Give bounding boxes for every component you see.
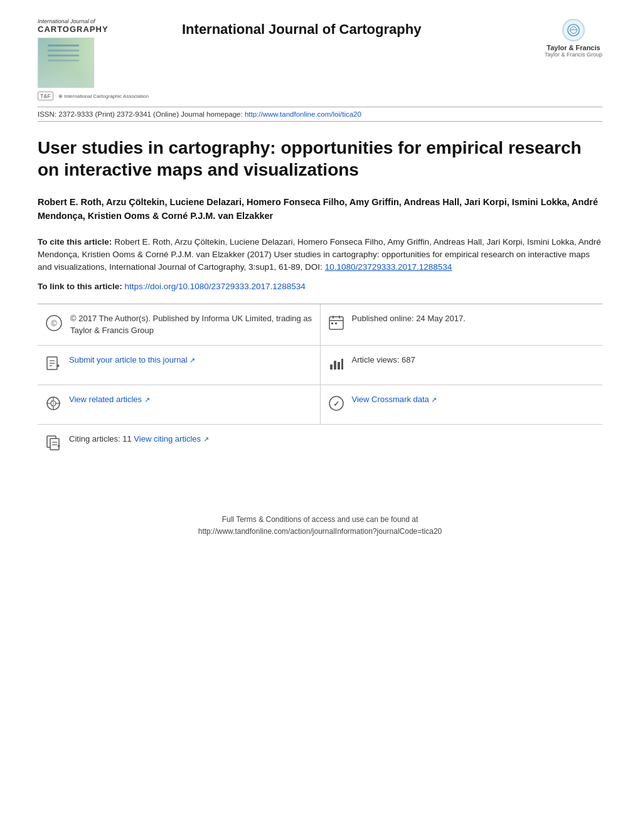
main-content: User studies in cartography: opportuniti…: [38, 137, 602, 464]
tf-circle-logo: [562, 19, 585, 41]
submit-link[interactable]: Submit your article to this journal ↗: [69, 355, 195, 364]
logo-text-row: International Journal of CARTOGRAPHY: [38, 19, 109, 34]
calendar-icon: [328, 314, 344, 334]
info-row-1: © © 2017 The Author(s). Published by Inf…: [38, 304, 602, 345]
citing-icon: [45, 435, 61, 455]
info-row-4: Citing articles: 11 View citing articles…: [38, 425, 602, 464]
submit-text: Submit your article to this journal ↗: [69, 354, 195, 366]
page-header: International Journal of CARTOGRAPHY T&F…: [38, 19, 602, 100]
svg-rect-15: [338, 362, 340, 369]
crossmark-text: View Crossmark data ↗: [352, 394, 437, 405]
citing-link[interactable]: View citing articles ↗: [134, 434, 208, 444]
svg-rect-16: [341, 359, 343, 369]
related-link[interactable]: View related articles ↗: [69, 395, 150, 404]
cite-label: To cite this article:: [38, 237, 112, 247]
svg-rect-7: [331, 322, 333, 324]
crossmark-link[interactable]: View Crossmark data ↗: [352, 395, 437, 404]
svg-point-18: [51, 401, 56, 406]
journal-cover-map: [38, 38, 93, 87]
article-authors: Robert E. Roth, Arzu Çöltekin, Luciene D…: [38, 196, 602, 223]
page-footer: Full Terms & Conditions of access and us…: [38, 514, 602, 538]
tf-logo-area: Taylor & Francis Taylor & Francis Group: [545, 19, 602, 58]
info-cell-crossmark: ✓ View Crossmark data ↗: [321, 385, 603, 424]
crossmark-ext-icon: ↗: [431, 396, 437, 403]
submit-ext-icon: ↗: [189, 356, 195, 364]
related-icon: [45, 395, 61, 415]
citing-ext-icon: ↗: [203, 435, 209, 443]
article-doi-link[interactable]: https://doi.org/10.1080/23729333.2017.12…: [125, 282, 306, 291]
bottom-logo-row: T&F ⊕ International Cartographic Associa…: [38, 92, 149, 100]
cite-text: Robert E. Roth, Arzu Çöltekin, Luciene D…: [38, 237, 601, 272]
issn-text: ISSN: 2372-9333 (Print) 2372-9341 (Onlin…: [38, 110, 243, 118]
copyright-icon: ©: [45, 314, 63, 336]
small-tf-logo: T&F: [38, 92, 53, 100]
journal-title: International Journal of Cartography: [182, 21, 545, 38]
published-text: Published online: 24 May 2017.: [352, 313, 466, 324]
footer-line1: Full Terms & Conditions of access and us…: [38, 514, 602, 526]
info-cell-published: Published online: 24 May 2017.: [321, 304, 603, 344]
svg-text:✓: ✓: [333, 400, 339, 408]
copyright-text: © 2017 The Author(s). Published by Infor…: [70, 313, 312, 336]
cite-section: To cite this article: Robert E. Roth, Ar…: [38, 236, 602, 274]
journal-cartography-label: CARTOGRAPHY: [38, 25, 109, 34]
tf-brand-text: Taylor & Francis: [547, 44, 600, 51]
small-extra-logo: ⊕ International Cartographic Association: [58, 93, 149, 99]
info-cell-citing: Citing articles: 11 View citing articles…: [38, 425, 320, 464]
related-text: View related articles ↗: [69, 394, 150, 405]
info-grid: © © 2017 The Author(s). Published by Inf…: [38, 304, 602, 463]
crossmark-icon: ✓: [328, 395, 344, 415]
citing-text: Citing articles: 11 View citing articles…: [69, 433, 209, 445]
article-title: User studies in cartography: opportuniti…: [38, 137, 602, 181]
issn-url[interactable]: http://www.tandfonline.com/loi/tica20: [245, 110, 361, 118]
link-label: To link to this article:: [38, 282, 125, 291]
journal-cover-image: [38, 38, 94, 88]
bar-chart-icon: [328, 356, 344, 376]
cite-doi-link[interactable]: 10.1080/23729333.2017.1288534: [325, 262, 452, 272]
footer-link[interactable]: http://www.tandfonline.com/action/journa…: [198, 527, 442, 536]
svg-rect-13: [330, 364, 333, 369]
tf-logo-svg: [567, 23, 580, 37]
page-container: International Journal of CARTOGRAPHY T&F…: [0, 0, 640, 563]
svg-point-0: [568, 24, 579, 36]
views-text: Article views: 687: [352, 354, 415, 366]
journal-logo-area: International Journal of CARTOGRAPHY T&F…: [38, 19, 163, 100]
related-ext-icon: ↗: [144, 396, 150, 403]
info-cell-copyright: © © 2017 The Author(s). Published by Inf…: [38, 304, 321, 344]
info-row-2: Submit your article to this journal ↗: [38, 346, 602, 385]
svg-text:©: ©: [51, 319, 57, 328]
info-row-3: View related articles ↗ ✓ Vi: [38, 385, 602, 425]
issn-bar: ISSN: 2372-9333 (Print) 2372-9341 (Onlin…: [38, 107, 602, 122]
svg-rect-26: [50, 439, 59, 450]
journal-logo-text: International Journal of CARTOGRAPHY: [38, 19, 109, 34]
tf-sub-text: Taylor & Francis Group: [545, 51, 602, 58]
link-section: To link to this article: https://doi.org…: [38, 281, 602, 291]
info-cell-views: Article views: 687: [321, 346, 603, 385]
submit-icon: [45, 356, 61, 376]
journal-title-area: International Journal of Cartography: [163, 19, 545, 38]
svg-rect-8: [335, 322, 337, 324]
info-cell-submit: Submit your article to this journal ↗: [38, 346, 321, 385]
empty-cell: [320, 425, 602, 464]
svg-rect-14: [334, 361, 336, 369]
citing-count-text: Citing articles: 11: [69, 434, 134, 444]
info-cell-related: View related articles ↗: [38, 385, 321, 424]
